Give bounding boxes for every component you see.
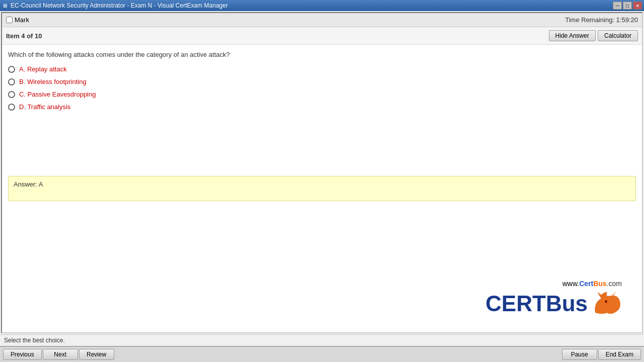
close-button[interactable]: ✕ [633,2,642,10]
answer-box: Answer: A [8,176,636,201]
radio-b[interactable] [8,78,15,85]
svg-point-1 [605,301,607,302]
next-button[interactable]: Next [43,349,78,360]
status-text: Select the best choice. [4,337,65,344]
status-bar: Select the best choice. [0,334,644,346]
option-row-c[interactable]: C. Passive Eavesdropping [8,90,636,98]
title-bar: 🖥 EC-Council Network Security Administra… [0,0,644,11]
option-label-d: D. Traffic analysis [19,103,70,111]
hide-answer-button[interactable]: Hide Answer [549,30,596,41]
option-label-b: B. Wireless footprinting [19,78,87,85]
review-button[interactable]: Review [79,349,114,360]
bus-text: Bus [546,291,588,316]
item-bar: Item 4 of 10 Hide Answer Calculator [2,27,642,45]
main-window: Mark Time Remaining: 1:59:20 Item 4 of 1… [1,12,643,333]
certbus-bird-icon [592,290,622,317]
logo-area: www.CertBus.com CERT Bus [2,205,642,332]
mark-label[interactable]: Mark [15,16,29,24]
time-remaining: Time Remaining: 1:59:20 [565,16,638,24]
top-bar: Mark Time Remaining: 1:59:20 [2,13,642,27]
title-bar-controls[interactable]: ─ □ ✕ [613,2,642,10]
maximize-button[interactable]: □ [623,2,632,10]
bottom-left-nav: Previous Next Review [3,349,114,360]
certbus-name: CERT Bus [486,290,622,317]
radio-d[interactable] [8,104,15,111]
option-row-a[interactable]: A. Replay attack [8,65,636,73]
question-text: Which of the following attacks comes und… [8,51,636,58]
radio-a[interactable] [8,66,15,73]
option-label-c: C. Passive Eavesdropping [19,90,96,98]
item-buttons: Hide Answer Calculator [549,30,638,41]
item-info: Item 4 of 10 [6,32,42,40]
mark-area[interactable]: Mark [6,16,29,24]
minimize-button[interactable]: ─ [613,2,622,10]
bottom-right-nav: Pause End Exam [562,349,641,360]
option-row-d[interactable]: D. Traffic analysis [8,103,636,111]
calculator-button[interactable]: Calculator [598,30,638,41]
radio-c[interactable] [8,91,15,98]
end-exam-button[interactable]: End Exam [598,349,641,360]
previous-button[interactable]: Previous [3,349,42,360]
title-bar-title: 🖥 EC-Council Network Security Administra… [2,2,228,9]
mark-checkbox[interactable] [6,17,13,23]
certbus-logo: www.CertBus.com CERT Bus [475,269,632,327]
pause-button[interactable]: Pause [562,349,597,360]
option-row-b[interactable]: B. Wireless footprinting [8,78,636,85]
cert-text: CERT [486,291,546,316]
question-area: Which of the following attacks comes und… [2,45,642,172]
option-label-a: A. Replay attack [19,65,67,73]
certbus-url: www.CertBus.com [562,280,622,288]
app-title: EC-Council Network Security Administrato… [11,2,228,9]
bottom-nav: Previous Next Review Pause End Exam [0,346,644,362]
